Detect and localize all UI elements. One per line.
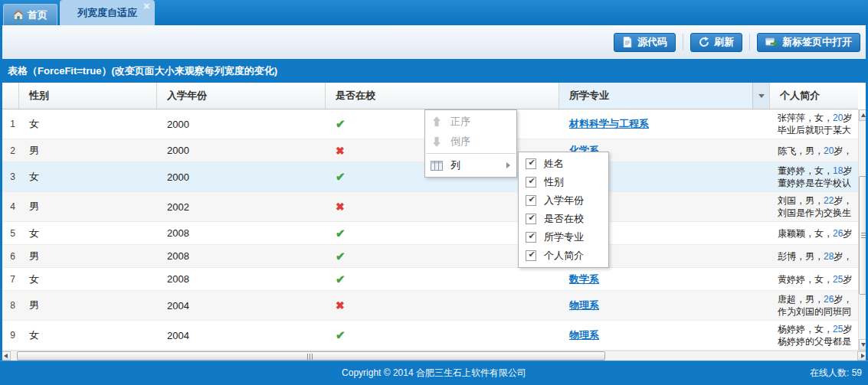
submenu-item-gender[interactable]: 性别 [519, 173, 608, 191]
chevron-down-icon [758, 94, 765, 98]
cell-gender[interactable]: 女 [19, 162, 157, 191]
intro-line: 杨婷婷，女，25岁 [778, 323, 852, 335]
column-header-year[interactable]: 入学年份 [157, 83, 326, 109]
cell-intro[interactable]: 张萍萍，女，20岁毕业后就职于某大 [770, 109, 858, 139]
open-in-new-tab-button[interactable]: 新标签页中打开 [757, 33, 860, 52]
app-window: 首页 列宽度自适应 ✕ 源代码 刷新 新标签页中打开 [0, 0, 868, 385]
menu-separator [426, 153, 516, 154]
cross-icon: ✖ [336, 201, 345, 213]
cell-intro[interactable]: 杨婷婷，女，25岁杨婷婷的父母都是 [770, 321, 858, 350]
cell-intro[interactable]: 刘国，男，22岁，刘国是作为交换生 [770, 192, 858, 221]
menu-item-sort-ascending[interactable]: 正序 [425, 112, 516, 132]
cell-gender[interactable]: 女 [19, 268, 157, 290]
cell-gender[interactable]: 男 [19, 245, 157, 267]
major-link[interactable]: 物理系 [569, 299, 599, 312]
checkbox-checked-icon[interactable] [526, 250, 536, 261]
cell-intro[interactable]: 唐超，男，26岁，作为刘国的同班同 [770, 291, 858, 320]
source-code-button[interactable]: 源代码 [614, 33, 676, 52]
checkbox-checked-icon[interactable] [526, 177, 536, 188]
toolbar-separator [683, 34, 683, 51]
horizontal-scrollbar-thumb[interactable] [17, 351, 605, 361]
cell-year[interactable]: 2000 [157, 139, 326, 162]
cell-intro[interactable]: 康颖颖，女，26岁 [770, 222, 858, 244]
check-icon: ✔ [336, 117, 346, 131]
cell-year[interactable]: 2008 [157, 245, 326, 267]
menu-item-sort-descending[interactable]: 倒序 [425, 132, 516, 152]
submenu-item-intro[interactable]: 个人简介 [519, 246, 608, 265]
columns-icon [431, 159, 443, 171]
major-link[interactable]: 物理系 [569, 328, 599, 342]
cell-year[interactable]: 2002 [157, 192, 326, 221]
cell-in-school[interactable]: ✔ [326, 268, 559, 290]
checkbox-checked-icon[interactable] [526, 232, 536, 243]
refresh-label: 刷新 [714, 35, 734, 49]
submenu-arrow-icon [506, 162, 510, 168]
cell-gender[interactable]: 男 [19, 192, 157, 221]
table-row[interactable]: 9 女 2004 ✔ 物理系 杨婷婷，女，25岁杨婷婷的父母都是 [0, 321, 858, 351]
table-row[interactable]: 6 男 2008 ✔ 彭博，男，28岁， [0, 245, 858, 268]
intro-line: 董婷婷是在学校认 [778, 177, 851, 189]
cell-gender[interactable]: 男 [19, 139, 157, 162]
submenu-item-in-school[interactable]: 是否在校 [519, 210, 608, 228]
cell-year[interactable]: 2000 [157, 162, 326, 191]
cell-major[interactable]: 物理系 [559, 321, 770, 350]
cell-gender[interactable]: 男 [19, 291, 157, 320]
menu-item-columns[interactable]: 列 [425, 155, 516, 175]
cell-gender[interactable]: 女 [19, 222, 157, 244]
row-number: 6 [0, 245, 19, 267]
cell-year[interactable]: 2004 [157, 291, 326, 320]
cell-intro[interactable]: 黄婷婷，女，25岁 [770, 268, 858, 290]
table-row[interactable]: 7 女 2008 ✔ 数学系 黄婷婷，女，25岁 [0, 268, 858, 291]
cell-intro[interactable]: 彭博，男，28岁， [770, 245, 858, 267]
submenu-item-name[interactable]: 姓名 [519, 155, 608, 173]
column-header-gender[interactable]: 性别 [19, 83, 157, 109]
cell-year[interactable]: 2008 [157, 222, 326, 244]
open-in-new-tab-icon [765, 38, 778, 47]
table-row[interactable]: 8 男 2004 ✖ 物理系 唐超，男，26岁，作为刘国的同班同 [0, 291, 858, 321]
row-number: 2 [0, 139, 19, 162]
refresh-button[interactable]: 刷新 [690, 33, 742, 52]
cell-major[interactable]: 数学系 [559, 268, 770, 290]
arrow-right-icon [861, 354, 865, 358]
header-menu-trigger[interactable] [752, 83, 769, 109]
cross-icon: ✖ [336, 299, 345, 312]
source-code-label: 源代码 [637, 35, 667, 49]
tab-column-width-autofit[interactable]: 列宽度自适应 ✕ [60, 0, 155, 25]
cell-major[interactable]: 材料科学与工程系 [559, 109, 770, 139]
close-icon[interactable]: ✕ [143, 2, 150, 11]
major-link[interactable]: 数学系 [569, 272, 599, 286]
column-header-rownumber [0, 83, 19, 109]
checkbox-checked-icon[interactable] [526, 195, 536, 206]
cell-in-school[interactable]: ✔ [326, 321, 559, 350]
online-count: 在线人数: 59 [810, 361, 862, 385]
checkbox-checked-icon[interactable] [526, 158, 536, 169]
major-link[interactable]: 材料科学与工程系 [569, 117, 649, 131]
cell-gender[interactable]: 女 [19, 109, 157, 139]
cell-gender[interactable]: 女 [19, 321, 157, 350]
submenu-item-year[interactable]: 入学年份 [519, 191, 608, 210]
footer-bar: Copyright © 2014 合肥三生石上软件有限公司 在线人数: 59 [0, 361, 868, 385]
checkbox-checked-icon[interactable] [526, 214, 536, 224]
column-header-in-school[interactable]: 是否在校 [326, 83, 559, 109]
cell-year[interactable]: 2000 [157, 109, 326, 139]
cell-year[interactable]: 2008 [157, 268, 326, 290]
cell-year[interactable]: 2004 [157, 321, 326, 350]
cell-major[interactable]: 物理系 [559, 291, 770, 320]
intro-line: 董婷婷，女，18岁 [778, 165, 852, 177]
cell-intro[interactable]: 董婷婷，女，18岁董婷婷是在学校认 [770, 162, 858, 191]
table-row[interactable]: 5 女 2008 ✔ 康颖颖，女，26岁 [0, 222, 858, 245]
column-header-intro[interactable]: 个人简介 [770, 83, 858, 109]
cell-intro[interactable]: 陈飞，男，20岁， [770, 139, 858, 162]
check-icon: ✔ [336, 272, 346, 286]
row-number: 5 [0, 222, 19, 244]
row-number: 3 [0, 162, 19, 191]
tab-home[interactable]: 首页 [3, 4, 57, 25]
intro-line: 黄婷婷，女，25岁 [778, 273, 852, 285]
cell-in-school[interactable]: ✖ [326, 291, 559, 320]
horizontal-scrollbar[interactable] [0, 351, 868, 361]
submenu-item-major[interactable]: 所学专业 [519, 228, 608, 246]
column-header-major[interactable]: 所学专业 [559, 83, 770, 109]
intro-line: 陈飞，男，20岁， [778, 145, 852, 157]
toolbar: 源代码 刷新 新标签页中打开 [0, 25, 868, 59]
table-row[interactable]: 4 男 2002 ✖ 刘国，男，22岁，刘国是作为交换生 [0, 192, 858, 222]
